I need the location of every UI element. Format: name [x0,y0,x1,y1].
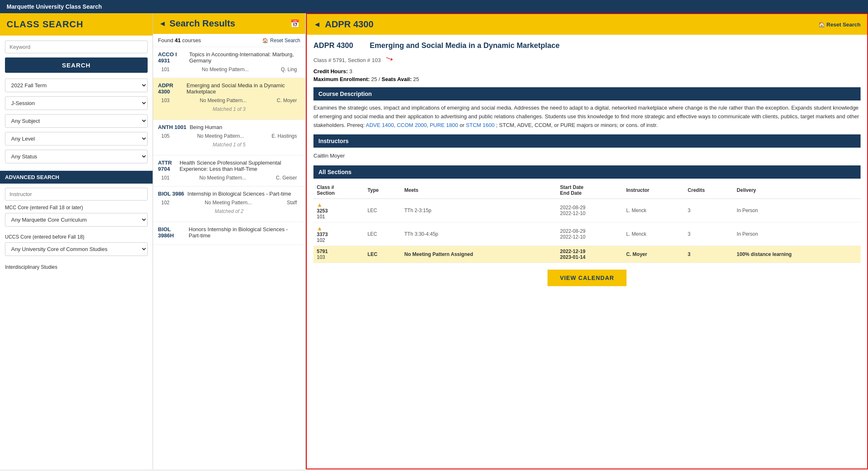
found-count: Found 41 courses [158,37,201,43]
uccs-select[interactable]: Any University Core of Common Studies [5,242,148,256]
sections-table: Class # Section Type Meets Start Date En… [313,182,861,263]
term-select[interactable]: 2022 Fall Term [5,79,148,92]
calendar-icon[interactable]: 📅 [290,19,299,28]
course-item-acco[interactable]: ACCO I 4931 Topics in Accounting-Interna… [153,47,305,78]
course-code-anth: ANTH 1001 [158,124,187,130]
section-row-adpr: 103 No Meeting Pattern... C. Moyer [158,96,300,105]
instructor-name: Caitlin Moyer [313,151,861,160]
course-code-attr: ATTR 9704 [158,160,176,172]
cell-credits-2: 3 [684,246,734,263]
class-search-header: CLASS SEARCH [0,13,153,36]
course-title-biol3986h: Honors Internship in Biological Sciences… [189,226,300,239]
course-title-acco: Topics in Accounting-International: Marb… [189,51,300,64]
mcc-label: MCC Core (entered Fall 18 or later) [5,205,148,210]
middle-header: ◄ Search Results 📅 [153,13,305,34]
cell-type-0: LEC [364,199,401,222]
cell-credits-1: 3 [684,222,734,246]
cell-dates-2: 2022-12-192023-01-14 [557,246,623,263]
reset-search-link-middle[interactable]: 🏠 Reset Search [262,38,300,43]
status-select[interactable]: Any Status [5,150,148,163]
course-item-attr[interactable]: ATTR 9704 Health Science Professional Su… [153,155,305,186]
instructor-input[interactable] [5,188,148,201]
view-calendar-button[interactable]: VIEW CALENDAR [548,270,626,286]
cell-meets-2: No Meeting Pattern Assigned [401,246,557,263]
col-type: Type [364,182,401,199]
right-body: ADPR 4300 Emerging and Social Media in a… [307,35,867,469]
course-code-biol3986h: BIOL 3986H [158,226,185,239]
col-meets: Meets [401,182,557,199]
subject-select[interactable]: Any Subject [5,114,148,128]
matched-text-anth: Matched 1 of 5 [158,140,300,151]
arrow-annotation: → [382,50,397,67]
warning-icon-1: ▲ [317,225,323,232]
cell-class-num-0: ▲ 3253 101 [313,199,364,222]
keyword-input[interactable] [5,41,148,53]
course-detail-name: Emerging and Social Media in a Dynamic M… [370,41,560,50]
col-delivery: Delivery [734,182,861,199]
right-panel-course-code: ADPR 4300 [325,19,373,30]
cell-credits-0: 3 [684,199,734,222]
course-title-attr: Health Science Professional Supplemental… [179,160,300,172]
instructors-header: Instructors [313,134,861,148]
section-row-acco: 101 No Meeting Pattern... Q. Ling [158,65,300,74]
section-row-0[interactable]: ▲ 3253 101 LEC TTh 2-3:15p 2022-08-29202… [313,199,861,222]
description-text: Examines the strategic uses, impact and … [313,104,861,129]
level-select[interactable]: Any Level [5,132,148,146]
course-item-biol3986[interactable]: BIOL 3986 Internship in Biological Scien… [153,186,305,222]
cell-delivery-2: 100% distance learning [734,246,861,263]
col-instructor: Instructor [623,182,684,199]
main-layout: CLASS SEARCH SEARCH 2022 Fall Term J-Ses… [0,13,868,469]
prereq-link-adve[interactable]: ADVE 1400 [366,122,394,128]
back-arrow-middle[interactable]: ◄ [159,19,166,28]
prereq-link-ccom[interactable]: CCOM 2000 [397,122,427,128]
cell-class-num-2: 5791 103 [313,246,364,263]
section-row-anth: 105 No Meeting Pattern... E. Hastings [158,132,300,140]
course-detail-code: ADPR 4300 [313,41,353,50]
right-header-left: ◄ ADPR 4300 [313,19,373,30]
col-credits: Credits [684,182,734,199]
middle-header-right: 📅 [290,19,299,28]
home-icon-right: 🏠 [818,22,825,28]
course-description-header: Course Description [313,87,861,100]
search-results-title: Search Results [170,18,235,29]
results-meta: Found 41 courses 🏠 Reset Search [153,34,305,47]
credit-hours-row: Credit Hours: 3 [313,68,861,74]
prereq-link-pure[interactable]: PURE 1800 [430,122,458,128]
mcc-select[interactable]: Any Marquette Core Curriculum [5,213,148,227]
back-arrow-right[interactable]: ◄ [313,20,321,29]
course-detail-title-row: ADPR 4300 Emerging and Social Media in a… [313,41,861,50]
section-row-2[interactable]: 5791 103 LEC No Meeting Pattern Assigned… [313,246,861,263]
course-item-adpr[interactable]: ADPR 4300 Emerging and Social Media in a… [153,78,305,120]
course-item-biol3986h[interactable]: BIOL 3986H Honors Internship in Biologic… [153,222,305,245]
cell-delivery-1: In Person [734,222,861,246]
col-class-num: Class # Section [313,182,364,199]
course-code-biol3986: BIOL 3986 [158,191,184,197]
reset-search-link-right[interactable]: 🏠 Reset Search [818,22,861,28]
search-button[interactable]: SEARCH [5,57,148,73]
course-code-adpr: ADPR 4300 [158,82,183,95]
uccs-label: UCCS Core (entered before Fall 18) [5,234,148,240]
cell-instructor-2: C. Moyer [623,246,684,263]
middle-panel: ◄ Search Results 📅 Found 41 courses 🏠 Re… [153,13,306,469]
cell-instructor-1: L. Menck [623,222,684,246]
matched-text-adpr: Matched 1 of 3 [158,105,300,115]
app-header: Marquette University Class Search [0,0,868,13]
cell-instructor-0: L. Menck [623,199,684,222]
cell-meets-1: TTh 3:30-4:45p [401,222,557,246]
session-select[interactable]: J-Session [5,96,148,110]
course-item-anth[interactable]: ANTH 1001 Being Human 105 No Meeting Pat… [153,120,305,155]
home-icon-middle: 🏠 [262,38,268,43]
cell-dates-0: 2022-08-292022-12-10 [557,199,623,222]
cell-type-2: LEC [364,246,401,263]
class-section-info: Class # 5791, Section # 103 → [313,52,861,65]
app-title: Marquette University Class Search [7,3,102,10]
right-header: ◄ ADPR 4300 🏠 Reset Search [307,14,867,35]
course-code-acco: ACCO I 4931 [158,51,186,64]
all-sections-header: All Sections [313,165,861,179]
course-title-adpr: Emerging and Social Media in a Dynamic M… [187,82,300,95]
matched-text-biol3986: Matched of 2 [158,207,300,218]
section-row-1[interactable]: ▲ 3373 102 LEC TTh 3:30-4:45p 2022-08-29… [313,222,861,246]
left-panel-body: SEARCH 2022 Fall Term J-Session Any Subj… [0,36,153,469]
section-row-attr: 101 No Meeting Pattern... C. Geiser [158,174,300,182]
prereq-link-stcm[interactable]: STCM 1600 [466,122,495,128]
